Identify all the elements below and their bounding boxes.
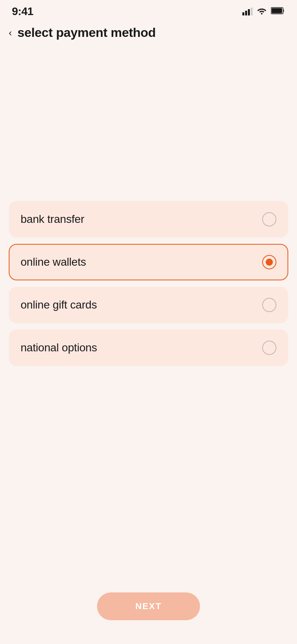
option-label-national-options: national options (21, 341, 97, 354)
page-title: select payment method (17, 25, 156, 40)
radio-button-bank-transfer[interactable] (262, 212, 276, 226)
payment-option-national-options[interactable]: national options (9, 330, 288, 366)
payment-options-list: bank transfer online wallets online gift… (0, 201, 297, 366)
signal-icon (242, 8, 253, 15)
option-label-online-wallets: online wallets (21, 256, 86, 268)
back-chevron-icon: ‹ (9, 28, 12, 38)
payment-option-bank-transfer[interactable]: bank transfer (9, 201, 288, 238)
back-button[interactable]: ‹ (9, 28, 13, 38)
next-button[interactable]: NEXT (97, 592, 200, 620)
payment-option-online-wallets[interactable]: online wallets (9, 244, 288, 280)
status-bar: 9:41 (0, 0, 297, 21)
option-label-online-gift-cards: online gift cards (21, 299, 97, 311)
svg-rect-1 (272, 8, 282, 13)
next-button-container: NEXT (97, 592, 200, 620)
option-label-bank-transfer: bank transfer (21, 213, 84, 226)
status-icons (242, 7, 285, 16)
radio-button-online-wallets[interactable] (262, 255, 276, 269)
radio-inner-online-wallets (266, 259, 273, 266)
payment-option-online-gift-cards[interactable]: online gift cards (9, 287, 288, 323)
radio-button-national-options[interactable] (262, 341, 276, 355)
wifi-icon (257, 7, 267, 16)
status-time: 9:41 (12, 5, 33, 18)
battery-icon (271, 7, 285, 16)
header: ‹ select payment method (0, 21, 297, 46)
radio-button-online-gift-cards[interactable] (262, 298, 276, 312)
